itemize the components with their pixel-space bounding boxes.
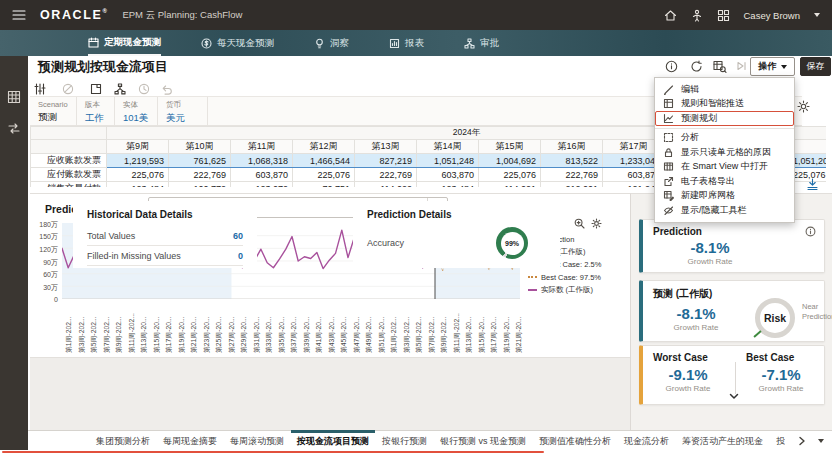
tab-financing-cash[interactable]: 筹资活动产生的现金 bbox=[682, 431, 763, 451]
user-caret-down-icon[interactable] bbox=[814, 13, 820, 17]
tab-group-forecast-analysis[interactable]: 集团预测分析 bbox=[96, 431, 150, 451]
calendar-icon bbox=[88, 37, 99, 48]
hierarchy-icon[interactable] bbox=[114, 83, 126, 95]
save-button[interactable]: 保存 bbox=[800, 57, 831, 76]
best-case-title: Best Case bbox=[746, 352, 794, 363]
grid-cell[interactable]: 225,076 bbox=[107, 168, 169, 182]
grid-cell[interactable]: 100,772 bbox=[169, 182, 231, 188]
grid-column-header[interactable]: 第14周 bbox=[417, 140, 479, 154]
app-grid-icon[interactable] bbox=[717, 9, 730, 22]
forecast-card: 预测 (工作版) -8.1% Growth Rate Risk Near Pre… bbox=[639, 280, 825, 342]
rail-grid-icon[interactable] bbox=[7, 90, 21, 104]
menu-item-spreadsheet-export[interactable]: 电子表格导出 bbox=[655, 174, 794, 189]
grid-row-header[interactable]: 应收账款发票 bbox=[31, 154, 107, 168]
grid-cell[interactable]: 123,072 bbox=[231, 182, 293, 188]
grid-cell[interactable]: 761,625 bbox=[169, 154, 231, 168]
grid-column-header[interactable]: 第12周 bbox=[293, 140, 355, 154]
x-axis-label: 第23周-20... bbox=[202, 316, 212, 353]
chart-settings-gear-icon[interactable] bbox=[591, 218, 602, 229]
menu-item-rules-smartpush[interactable]: 规则和智能推送 bbox=[655, 97, 794, 112]
grid-cell[interactable]: 225,076 bbox=[479, 168, 541, 182]
member-selector-icon[interactable] bbox=[713, 60, 727, 73]
pov-settings-gear-icon[interactable] bbox=[797, 100, 810, 113]
grid-cell[interactable]: 222,769 bbox=[169, 168, 231, 182]
comments-icon[interactable] bbox=[90, 83, 102, 95]
chart-zoom-icon[interactable] bbox=[574, 218, 585, 229]
grid-cell[interactable]: 70,751 bbox=[293, 182, 355, 188]
download-icon[interactable] bbox=[805, 177, 820, 192]
grid-cell[interactable]: 123,484 bbox=[107, 182, 169, 188]
hamburger-menu-icon[interactable] bbox=[12, 9, 26, 21]
nav-tab-approvals[interactable]: 审批 bbox=[464, 30, 499, 56]
tab-forecast-accuracy-analysis[interactable]: 预测值准确性分析 bbox=[539, 431, 611, 451]
grid-cell[interactable]: 222,769 bbox=[541, 168, 603, 182]
tab-forecast-by-cashflow-item[interactable]: 按现金流项目预测 bbox=[297, 431, 369, 451]
x-axis-label: 第17周-20... bbox=[489, 316, 499, 353]
actions-caret-down-icon bbox=[781, 65, 787, 69]
menu-separator bbox=[655, 128, 794, 129]
nav-tab-daily-cash-forecast[interactable]: 每天现金预测 bbox=[201, 30, 274, 56]
grid-cell[interactable]: 1,219,593 bbox=[107, 154, 169, 168]
grid-column-header[interactable]: 第15周 bbox=[479, 140, 541, 154]
info-icon[interactable] bbox=[805, 226, 816, 237]
detail-value[interactable]: 0 bbox=[238, 251, 243, 261]
rail-swap-arrows-icon[interactable] bbox=[7, 122, 21, 135]
tab-weekly-rolling-forecast[interactable]: 每周滚动预测 bbox=[230, 431, 284, 451]
grid-cell[interactable]: 603,870 bbox=[231, 168, 293, 182]
page-title: 预测规划按现金流项目 bbox=[38, 58, 168, 76]
grid-cell[interactable]: 114,022 bbox=[355, 182, 417, 188]
actions-button[interactable]: 操作 bbox=[750, 57, 795, 76]
menu-item-new-adhoc-grid[interactable]: 新建即席网格 bbox=[655, 189, 794, 204]
grid-cell[interactable]: 212,001 bbox=[541, 182, 603, 188]
refresh-icon[interactable] bbox=[690, 60, 703, 73]
grid-column-header[interactable]: 第9周 bbox=[107, 140, 169, 154]
grid-cell[interactable]: 603,870 bbox=[417, 168, 479, 182]
product-name: EPM 云 Planning: CashFlow bbox=[122, 9, 242, 22]
grid-cell[interactable]: 225,076 bbox=[293, 168, 355, 182]
grid-cell[interactable]: 1,051,248 bbox=[417, 154, 479, 168]
legend-item: Best Case: 97.5% bbox=[528, 271, 601, 284]
detail-value[interactable]: 60 bbox=[233, 231, 243, 241]
tab-cashflow-analysis[interactable]: 现金流分析 bbox=[624, 431, 669, 451]
grid-cell[interactable]: 123,484 bbox=[417, 182, 479, 188]
tab-weekly-cash-summary[interactable]: 每周现金摘要 bbox=[163, 431, 217, 451]
growth-rate-value: -8.1% bbox=[665, 239, 755, 256]
grid-cell[interactable]: 827,219 bbox=[355, 154, 417, 168]
grid-cell[interactable]: 813,522 bbox=[541, 154, 603, 168]
nav-tab-insights[interactable]: 洞察 bbox=[314, 30, 349, 56]
tab-investing-cash-partial[interactable]: 投资 bbox=[776, 431, 785, 451]
user-assist-icon[interactable] bbox=[691, 9, 703, 22]
info-icon[interactable] bbox=[665, 60, 678, 73]
grid-cell[interactable]: 114,021 bbox=[479, 182, 541, 188]
grid-cell[interactable]: 1,004,692 bbox=[479, 154, 541, 168]
grid-column-header[interactable]: 第13周 bbox=[355, 140, 417, 154]
grid-column-header[interactable]: 第11周 bbox=[231, 140, 293, 154]
grid-cell[interactable]: 222,769 bbox=[355, 168, 417, 182]
tabs-scroll-right-icon[interactable] bbox=[798, 436, 806, 446]
grid-row-header[interactable]: 应付账款发票 bbox=[31, 168, 107, 182]
tab-bank-vs-cash-forecast[interactable]: 银行预测 vs 现金预测 bbox=[440, 431, 526, 451]
readonly-cells-icon bbox=[663, 147, 675, 158]
x-axis-label: 第29周-20... bbox=[239, 316, 249, 353]
tabs-list-caret-down-icon[interactable] bbox=[818, 439, 824, 443]
tab-forecast-by-bank[interactable]: 按银行预测 bbox=[382, 431, 427, 451]
menu-item-edit[interactable]: 编辑 bbox=[655, 82, 794, 97]
menu-item-analyze[interactable]: 分析 bbox=[655, 131, 794, 146]
grid-row-header[interactable]: 销售交易付款 bbox=[31, 182, 107, 188]
menu-item-toggle-toolbar[interactable]: 显示/隐藏工具栏 bbox=[655, 203, 794, 218]
menu-item-predictive-planning[interactable]: 预测规划 bbox=[655, 111, 794, 126]
grid-cell[interactable]: 1,068,318 bbox=[231, 154, 293, 168]
nav-tab-periodic-cash-forecast[interactable]: 定期现金预测 bbox=[88, 30, 161, 56]
pov-member-link[interactable]: 美元 bbox=[166, 112, 199, 125]
menu-item-readonly-reason[interactable]: 显示只读单元格的原因 bbox=[655, 145, 794, 160]
expand-chevron-down-icon[interactable] bbox=[729, 393, 739, 400]
y-axis-label: 60万 bbox=[30, 270, 58, 280]
home-icon[interactable] bbox=[664, 9, 677, 22]
adjust-columns-icon[interactable] bbox=[34, 83, 46, 95]
grid-column-header[interactable]: 第10周 bbox=[169, 140, 231, 154]
nav-tab-reports[interactable]: 报表 bbox=[389, 30, 424, 56]
grid-column-header[interactable]: 第16周 bbox=[541, 140, 603, 154]
grid-cell[interactable]: 1,466,544 bbox=[293, 154, 355, 168]
menu-item-smart-view[interactable]: 在 Smart View 中打开 bbox=[655, 160, 794, 175]
user-menu[interactable]: Casey Brown bbox=[744, 10, 801, 21]
